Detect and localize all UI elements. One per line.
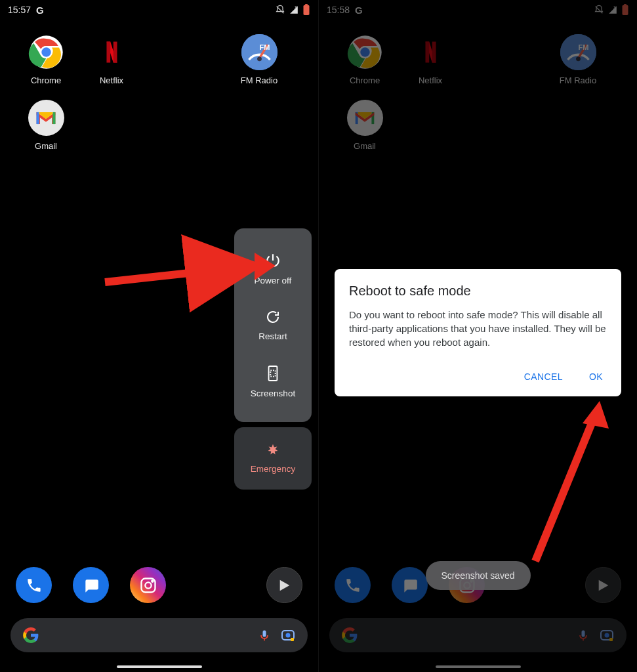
app-gmail[interactable]: Gmail [332,100,398,151]
fm-badge: FM [260,43,270,51]
dock-messages[interactable] [73,567,109,603]
battery-icon [621,4,629,16]
cancel-button[interactable]: CANCEL [520,366,567,387]
dock-phone[interactable] [335,567,371,603]
svg-rect-1 [304,5,310,15]
svg-rect-15 [291,638,294,641]
app-label: Netflix [100,75,123,85]
app-netflix[interactable]: Netflix [398,34,463,85]
signal-no-data-icon: x [289,5,298,14]
app-label: Gmail [35,141,57,151]
restart-label: Restart [258,331,287,341]
status-bar: 15:57 G x [0,0,318,20]
app-chrome[interactable]: Chrome [332,34,398,85]
phone-right: 15:58 G x Chrome Netflix FM FM [318,0,637,672]
google-indicator-icon: G [355,5,363,16]
search-bar[interactable] [10,618,308,652]
screenshot-label: Screenshot [251,388,295,398]
ok-button[interactable]: OK [585,366,607,387]
power-menu: Power off Restart Screenshot Emergency [234,228,312,490]
svg-point-8 [241,34,277,70]
notifications-muted-icon [594,5,604,15]
signal-no-data-icon: x [608,5,617,14]
svg-rect-2 [305,4,308,5]
app-label: FM Radio [560,75,596,85]
app-label: Chrome [31,75,61,85]
power-off-label: Power off [255,276,292,285]
app-label: Chrome [350,75,380,85]
toast-screenshot-saved: Screenshot saved [425,561,530,590]
lens-icon[interactable] [280,627,296,643]
app-label: Netflix [419,75,442,85]
phone-left: 15:57 G x Chrome Netflix [0,0,318,672]
svg-point-12 [152,580,153,581]
google-g-icon [341,627,358,644]
svg-rect-33 [609,638,613,641]
app-gmail[interactable]: Gmail [13,100,79,151]
screenshot-icon [266,365,280,382]
notifications-muted-icon [275,5,285,15]
mic-icon[interactable] [258,628,271,642]
svg-point-26 [560,34,596,70]
emergency-label: Emergency [251,464,295,474]
svg-point-32 [605,633,609,638]
dialog-title: Reboot to safe mode [349,284,607,299]
status-bar: 15:58 G x [319,0,637,20]
screenshot-button[interactable]: Screenshot [238,353,308,410]
svg-point-14 [286,633,291,638]
svg-rect-17 [270,370,275,376]
svg-rect-21 [624,4,627,5]
svg-point-27 [576,56,581,61]
dock-play[interactable] [585,567,621,603]
dock-instagram[interactable] [130,567,166,603]
svg-rect-20 [623,5,628,15]
fm-badge: FM [579,43,589,51]
dock-play[interactable] [266,567,302,603]
app-label: FM Radio [241,75,277,85]
app-chrome[interactable]: Chrome [13,34,79,85]
gesture-pill[interactable] [117,665,202,668]
dialog-body: Do you want to reboot into safe mode? Th… [349,308,607,349]
status-time: 15:58 [327,5,350,15]
safe-mode-dialog: Reboot to safe mode Do you want to reboo… [335,269,621,396]
search-bar[interactable] [329,618,627,652]
dock-messages[interactable] [392,567,428,603]
status-time: 15:57 [8,5,31,15]
lens-icon[interactable] [599,627,615,643]
restart-icon [265,309,281,325]
google-indicator-icon: G [36,5,44,16]
power-off-button[interactable]: Power off [238,240,308,297]
restart-button[interactable]: Restart [238,297,308,353]
emergency-icon [266,443,280,457]
svg-point-11 [145,582,151,588]
google-g-icon [22,627,39,644]
svg-point-9 [257,56,262,61]
app-fm-radio[interactable]: FM FM Radio [545,34,611,85]
mic-icon[interactable] [577,628,590,642]
emergency-button[interactable]: Emergency [234,427,312,490]
dock [0,567,318,603]
power-icon [264,252,281,269]
app-fm-radio[interactable]: FM FM Radio [226,34,292,85]
app-label: Gmail [354,141,376,151]
app-netflix[interactable]: Netflix [79,34,144,85]
battery-icon [302,4,310,16]
gesture-pill[interactable] [436,665,521,668]
dock-phone[interactable] [16,567,52,603]
